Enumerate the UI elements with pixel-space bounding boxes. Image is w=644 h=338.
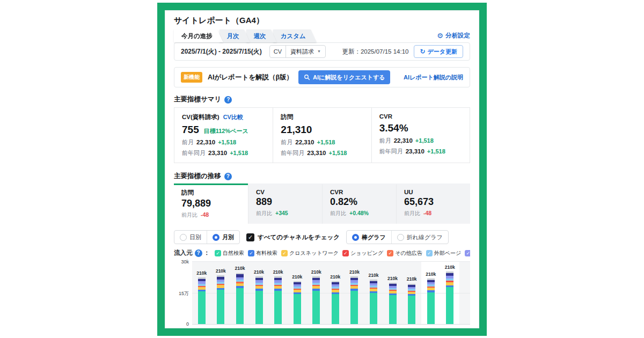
stacked-bar	[236, 273, 244, 324]
summary-compare-row: 前年同月23,310+1,518	[379, 148, 462, 156]
month-label: 2月	[350, 327, 358, 328]
channel-items: ✓自然検索✓有料検索✓クロスネットワーク✓ショッピング✓その他広告✓外部ページ✓…	[211, 249, 470, 257]
summary-card-value: 21,310	[281, 124, 363, 136]
stacked-bar	[427, 278, 435, 324]
gear-icon: ⚙	[437, 32, 443, 39]
page-title: サイトレポート（GA4）	[165, 11, 479, 29]
bar-value-label: 210k	[196, 270, 207, 276]
bar-value-label: 210k	[311, 269, 321, 275]
kpi-delta: -48	[423, 210, 431, 216]
kpi-mom-row: 前月比-48	[404, 210, 463, 217]
granularity-option-1[interactable]: 日別	[174, 231, 207, 244]
compare-label: 前月	[182, 138, 194, 146]
channel-checkbox-5[interactable]: ✓その他広告	[387, 249, 422, 257]
compare-label: 前月	[379, 137, 391, 145]
data-refresh-button[interactable]: ↻ データ更新	[414, 45, 463, 58]
x-tick-12: 5月	[402, 325, 421, 328]
compare-delta: +1,518	[317, 139, 335, 145]
tab-1[interactable]: 今月の進捗	[174, 30, 223, 42]
channels-label: 流入元 ?	[174, 249, 202, 257]
cv-compare-link[interactable]: CV比較	[223, 113, 243, 121]
tab-4[interactable]: カスタム	[273, 30, 317, 42]
x-tick-11: 4月	[383, 325, 402, 328]
data-refresh-label: データ更新	[427, 48, 457, 56]
channels-colon: ：	[204, 249, 210, 257]
chart-plot-area: 210k210k210k210k210k210k210k210k210k210k…	[192, 261, 470, 325]
help-icon[interactable]: ?	[224, 173, 232, 180]
analysis-settings-link[interactable]: ⚙ 分析設定	[437, 32, 470, 42]
month-label: 1月	[332, 327, 339, 328]
kpi-value: 65,673	[404, 196, 463, 208]
kpi-tabs: 訪問79,889前月比-48CV889前月比+345CVR0.82%前月比+0.…	[174, 183, 470, 224]
bar-value-label: 210k	[387, 276, 398, 281]
x-tick-1: 6月	[192, 325, 211, 328]
kpi-mom-label: 前月比	[181, 211, 197, 219]
chart-type-option-2[interactable]: 折れ線グラフ	[391, 231, 448, 244]
help-icon[interactable]: ?	[224, 96, 232, 104]
summary-heading-label: 主要指標サマリ	[174, 95, 221, 104]
bar-value-label: 210k	[407, 276, 417, 282]
channel-checkbox-2[interactable]: ✓有料検索	[248, 249, 277, 257]
summary-heading: 主要指標サマリ ?	[165, 95, 479, 104]
chart-type-option-1[interactable]: 棒グラフ	[347, 231, 391, 244]
kpi-tab-4[interactable]: UU65,673前月比-48	[396, 183, 470, 224]
channel-checkbox-7[interactable]: ✓ソーシャル	[465, 249, 470, 257]
trend-heading-label: 主要指標の推移	[174, 172, 221, 181]
x-tick-4: 9月	[250, 325, 269, 328]
x-tick-8: 1月i	[326, 325, 345, 328]
kpi-value: 889	[256, 196, 314, 208]
month-label: 12月	[311, 327, 321, 328]
kpi-tab-3[interactable]: CVR0.82%前月比+0.48%	[322, 183, 396, 224]
ai-help-link[interactable]: AIレポート解説の説明	[404, 74, 463, 82]
x-tick-3: 8月i	[230, 325, 250, 328]
kpi-tab-2[interactable]: CV889前月比+345	[248, 183, 322, 224]
summary-card-title-text: CV(資料請求)	[182, 113, 219, 121]
compare-value: 23,310	[208, 150, 227, 156]
x-tick-5: 10月i	[268, 325, 288, 328]
tab-wrap: カスタム	[273, 30, 317, 42]
granularity-option-2[interactable]: 月別	[207, 231, 239, 244]
channel-legend: 流入元 ? ： ✓自然検索✓有料検索✓クロスネットワーク✓ショッピング✓その他広…	[174, 249, 470, 257]
traffic-chart: 30k 15万 0 210k210k210k210k210k210k210k21…	[174, 261, 470, 328]
channel-label: 外部ページ	[434, 249, 461, 257]
summary-value-text: 21,310	[281, 124, 312, 136]
month-label: 8月	[236, 327, 244, 328]
x-tick-7: 12月	[306, 325, 326, 328]
compare-value: 23,310	[406, 148, 425, 155]
bar-segment	[255, 291, 263, 324]
tab-3[interactable]: 週次	[246, 30, 277, 42]
bar-value-label: 210k	[273, 269, 283, 275]
channel-checkbox-1[interactable]: ✓自然検索	[215, 249, 244, 257]
stacked-bar	[294, 281, 301, 324]
tab-2[interactable]: 月次	[219, 30, 250, 42]
help-icon[interactable]: ?	[195, 249, 202, 257]
month-label: 4月	[389, 327, 397, 328]
chevron-down-icon: ▼	[317, 46, 321, 57]
goal-pace-note: 目標112%ペース	[204, 127, 248, 135]
granularity-option-label: 月別	[222, 233, 234, 241]
kpi-mom-label: 前月比	[256, 210, 272, 217]
channel-label: クロスネットワーク	[289, 249, 339, 257]
compare-value: 22,310	[394, 137, 413, 144]
stacked-bar	[332, 281, 339, 324]
bar-segment	[236, 288, 244, 324]
stacked-bar	[389, 283, 397, 324]
x-tick-2: 7月	[211, 325, 231, 328]
check-all-channels[interactable]: ✓ すべてのチャネルをチェック	[246, 233, 340, 241]
chart-type-option-label: 棒グラフ	[362, 233, 386, 241]
channel-checkbox-3[interactable]: ✓クロスネットワーク	[281, 249, 339, 257]
channel-checkbox-4[interactable]: ✓ショッピング	[342, 249, 383, 257]
month-label: 9月	[255, 327, 263, 328]
summary-value-text: 755	[182, 124, 199, 136]
kpi-delta: +0.48%	[349, 210, 369, 216]
compare-label: 前年同月	[281, 149, 304, 157]
green-frame: サイトレポート（GA4） 今月の進捗月次週次カスタム ⚙ 分析設定 2025/7…	[157, 3, 487, 336]
cv-select-prefix: CV	[270, 46, 286, 57]
cv-select[interactable]: CV 資料請求 ▼	[269, 45, 326, 58]
bar-segment	[408, 296, 415, 324]
ai-request-button[interactable]: AIに解説をリクエストする	[298, 70, 390, 84]
channel-checkbox-6[interactable]: ✓外部ページ	[426, 249, 461, 257]
checkbox-icon: ✓	[248, 250, 254, 256]
kpi-tab-1[interactable]: 訪問79,889前月比-48	[174, 183, 248, 224]
compare-delta: +1,518	[230, 150, 248, 156]
